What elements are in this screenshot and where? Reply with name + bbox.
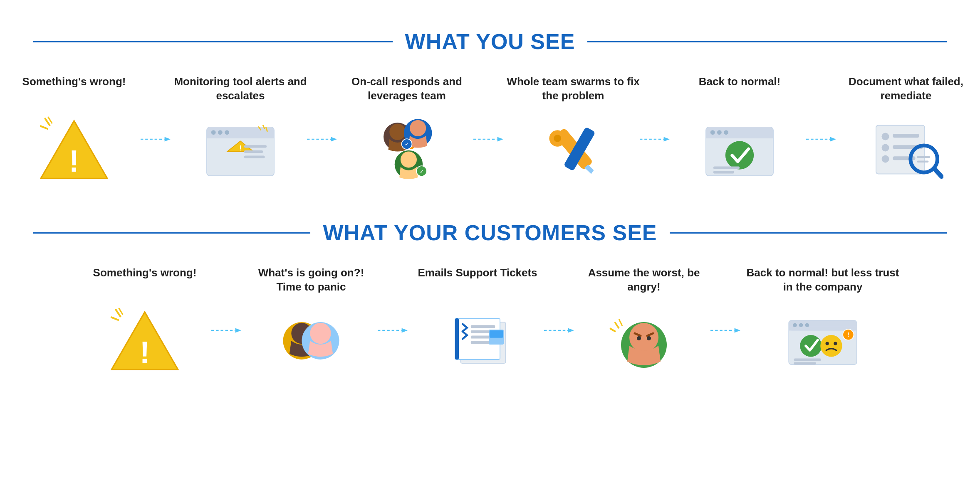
svg-line-96 [615,322,619,328]
s2-item5-label: Back to normal! but less trust in the co… [744,266,902,303]
s2-item2-label: What's is going on?! Time to panic [245,266,378,303]
svg-point-91 [629,323,658,352]
svg-point-58 [882,144,889,152]
svg-rect-114 [794,362,816,365]
svg-marker-72 [235,328,241,332]
s1-item3-label: On-call responds and leverages team [340,75,473,112]
svg-point-48 [717,130,722,135]
s1-item1-icon: ! [37,116,111,183]
svg-rect-46 [706,134,773,138]
s1-item4: Whole team swarms to fix the problem [507,75,640,183]
svg-point-56 [882,133,889,140]
header-line-right [587,41,947,42]
s2-item5: Back to normal! but less trust in the co… [744,266,902,374]
svg-rect-87 [490,330,503,338]
s2-item3-label: Emails Support Tickets [418,266,537,303]
section2-title: WHAT YOUR CUSTOMERS SEE [323,220,657,245]
svg-point-107 [800,335,822,357]
svg-marker-36 [497,137,503,141]
s2-item1-icon: ! [107,308,182,374]
svg-point-94 [637,336,641,340]
svg-text:✓: ✓ [420,169,423,174]
section-what-you-see: WHAT YOU SEE Something's wrong! ! [33,17,947,183]
page-container: WHAT YOU SEE Something's wrong! ! [0,0,980,391]
svg-rect-17 [244,155,265,158]
s2-item4: Assume the worst, be angry! [577,266,710,374]
svg-point-110 [834,342,837,345]
section2-header: WHAT YOUR CUSTOMERS SEE [33,220,947,245]
svg-line-69 [111,317,118,320]
svg-text:!: ! [847,331,849,338]
s1-item5-icon [702,116,777,183]
s2-item3: Emails Support Tickets [411,266,544,374]
svg-text:!: ! [69,143,79,178]
s1-item3-icon: ★ ✓ ✓ [369,116,444,183]
s1-item1-label: Something's wrong! [22,75,126,112]
section1-flow: Something's wrong! ! [33,75,947,183]
arrow-s2-2 [378,266,411,337]
arrow4 [640,75,673,145]
svg-rect-15 [244,145,267,148]
svg-point-12 [225,130,229,135]
svg-point-24 [389,124,406,140]
svg-marker-43 [664,137,670,141]
section2-flow: Something's wrong! ! [33,266,947,374]
svg-rect-83 [471,330,492,333]
svg-point-32 [401,151,417,167]
svg-rect-52 [713,171,734,173]
s1-item5: Back to normal! [673,75,806,183]
s1-item4-label: Whole team swarms to fix the problem [507,75,640,112]
s2-item4-label: Assume the worst, be angry! [577,266,710,303]
s1-item2-icon: ! [203,116,278,183]
s1-item2-label: Monitoring tool alerts and escalates [174,75,307,112]
svg-marker-6 [165,137,171,141]
arrow3 [473,75,507,145]
svg-marker-89 [568,328,574,332]
svg-line-4 [48,117,52,123]
svg-point-76 [310,323,331,344]
svg-line-3 [41,126,47,128]
svg-point-95 [647,336,651,340]
header-line-left [33,41,393,42]
arrow5 [806,75,839,145]
s1-item4-icon [536,116,611,183]
arrow-s2-4 [710,266,744,337]
svg-rect-113 [794,359,821,361]
arrow-s2-1 [211,266,245,337]
section1-title: WHAT YOU SEE [405,29,575,54]
svg-marker-100 [735,328,740,332]
svg-marker-78 [402,328,408,332]
s1-item6-icon [869,116,943,183]
svg-point-39 [554,135,561,142]
svg-text:!: ! [140,335,150,369]
svg-text:✓: ✓ [405,142,409,147]
s1-item6: Document what failed, remediate [839,75,973,183]
s1-item1: Something's wrong! ! [7,75,141,183]
svg-rect-16 [244,150,263,153]
svg-rect-85 [471,341,490,344]
s2-item4-icon [606,308,681,374]
svg-point-104 [793,323,797,327]
s1-item6-label: Document what failed, remediate [839,75,973,112]
svg-point-10 [211,130,216,135]
s2-item2-icon [274,308,349,374]
svg-line-70 [119,308,123,314]
s2-item1-label: Something's wrong! [93,266,197,303]
svg-point-106 [805,323,809,327]
s2-item3-icon [440,308,515,374]
arrow2 [307,75,340,145]
svg-line-98 [619,319,622,326]
svg-rect-81 [455,318,459,359]
section-what-customers-see: WHAT YOUR CUSTOMERS SEE Something's wron… [33,208,947,374]
svg-rect-82 [471,325,495,328]
svg-point-105 [799,323,803,327]
section1-header: WHAT YOU SEE [33,29,947,54]
svg-rect-9 [207,134,274,138]
s1-item5-label: Back to normal! [699,75,781,112]
svg-point-28 [410,120,426,136]
arrow-s2-3 [544,266,577,337]
svg-marker-22 [331,137,337,141]
svg-point-50 [725,141,754,169]
s1-item2: Monitoring tool alerts and escalates ! [174,75,307,183]
svg-point-60 [882,155,889,163]
